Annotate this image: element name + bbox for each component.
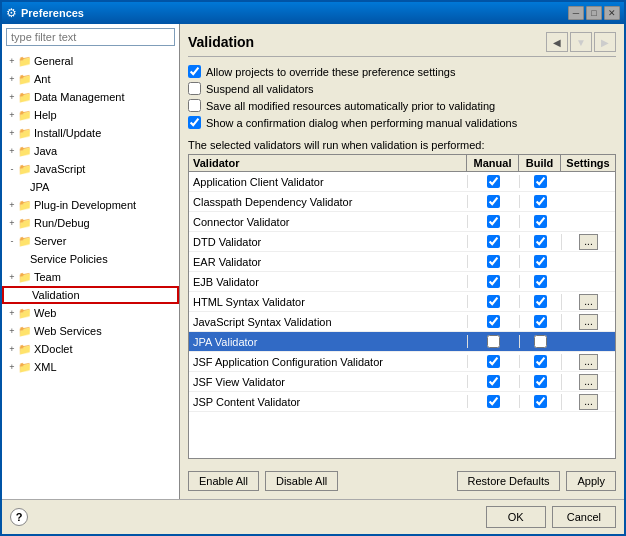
tree-toggle-xd[interactable]: + [6,343,18,355]
table-row[interactable]: Connector Validator [189,212,615,232]
settings-cell[interactable]: ... [561,354,615,370]
manual-checkbox[interactable] [487,195,500,208]
tree-toggle-help[interactable]: + [6,109,18,121]
manual-checkbox[interactable] [487,275,500,288]
tree-item-run-debug[interactable]: + 📁 Run/Debug [2,214,179,232]
tree-toggle-team[interactable]: + [6,271,18,283]
settings-cell[interactable]: ... [561,314,615,330]
table-row[interactable]: JavaScript Syntax Validation ... [189,312,615,332]
build-checkbox[interactable] [534,315,547,328]
manual-checkbox-cell[interactable] [467,395,519,408]
manual-checkbox-cell[interactable] [467,235,519,248]
tree-item-java[interactable]: + 📁 Java [2,142,179,160]
manual-checkbox-cell[interactable] [467,255,519,268]
table-row[interactable]: JSP Content Validator ... [189,392,615,412]
build-checkbox[interactable] [534,395,547,408]
close-button[interactable]: ✕ [604,6,620,20]
build-checkbox[interactable] [534,375,547,388]
manual-checkbox-cell[interactable] [467,355,519,368]
minimize-button[interactable]: ─ [568,6,584,20]
tree-toggle-plugin[interactable]: + [6,199,18,211]
tree-toggle-iu[interactable]: + [6,127,18,139]
build-checkbox[interactable] [534,295,547,308]
settings-button[interactable]: ... [579,234,597,250]
restore-defaults-button[interactable]: Restore Defaults [457,471,561,491]
manual-checkbox[interactable] [487,235,500,248]
table-row[interactable]: JSF View Validator ... [189,372,615,392]
tree-toggle-ws[interactable]: + [6,325,18,337]
enable-all-button[interactable]: Enable All [188,471,259,491]
tree-toggle-server[interactable]: - [6,235,18,247]
table-row[interactable]: Application Client Validator [189,172,615,192]
build-checkbox-cell[interactable] [519,275,561,288]
settings-button[interactable]: ... [579,374,597,390]
build-checkbox-cell[interactable] [519,255,561,268]
tree-item-general[interactable]: + 📁 General [2,52,179,70]
manual-checkbox-cell[interactable] [467,375,519,388]
manual-checkbox-cell[interactable] [467,335,519,348]
tree-toggle-dm[interactable]: + [6,91,18,103]
build-checkbox[interactable] [534,175,547,188]
build-checkbox[interactable] [534,275,547,288]
tree-item-jpa[interactable]: JPA [2,178,179,196]
table-row[interactable]: Classpath Dependency Validator [189,192,615,212]
build-checkbox-cell[interactable] [519,195,561,208]
tree-toggle-js[interactable]: - [6,163,18,175]
table-row[interactable]: JSF Application Configuration Validator … [189,352,615,372]
maximize-button[interactable]: □ [586,6,602,20]
manual-checkbox[interactable] [487,255,500,268]
tree-item-ant[interactable]: + 📁 Ant [2,70,179,88]
settings-cell[interactable]: ... [561,394,615,410]
manual-checkbox[interactable] [487,175,500,188]
build-checkbox[interactable] [534,195,547,208]
override-checkbox[interactable] [188,65,201,78]
table-row-jpa[interactable]: JPA Validator [189,332,615,352]
manual-checkbox[interactable] [487,355,500,368]
build-checkbox[interactable] [534,355,547,368]
manual-checkbox-cell[interactable] [467,315,519,328]
tree-toggle-web[interactable]: + [6,307,18,319]
confirm-checkbox[interactable] [188,116,201,129]
save-checkbox[interactable] [188,99,201,112]
manual-checkbox[interactable] [487,315,500,328]
build-checkbox-cell[interactable] [519,295,561,308]
tree-item-validation[interactable]: Validation [2,286,179,304]
build-checkbox-cell[interactable] [519,355,561,368]
manual-checkbox-cell[interactable] [467,215,519,228]
build-checkbox[interactable] [534,215,547,228]
settings-button[interactable]: ... [579,394,597,410]
build-checkbox[interactable] [534,335,547,348]
table-row[interactable]: HTML Syntax Validator ... [189,292,615,312]
tree-toggle-xml[interactable]: + [6,361,18,373]
manual-checkbox-cell[interactable] [467,295,519,308]
nav-dropdown-button[interactable]: ▼ [570,32,592,52]
search-input[interactable] [6,28,175,46]
tree-item-web-services[interactable]: + 📁 Web Services [2,322,179,340]
tree-item-service-policies[interactable]: Service Policies [2,250,179,268]
settings-button[interactable]: ... [579,354,597,370]
build-checkbox-cell[interactable] [519,315,561,328]
settings-cell[interactable]: ... [561,234,615,250]
manual-checkbox[interactable] [487,375,500,388]
manual-checkbox-cell[interactable] [467,275,519,288]
nav-forward-button[interactable]: ▶ [594,32,616,52]
manual-checkbox[interactable] [487,395,500,408]
cancel-button[interactable]: Cancel [552,506,616,528]
build-checkbox-cell[interactable] [519,375,561,388]
tree-item-javascript[interactable]: - 📁 JavaScript [2,160,179,178]
nav-back-button[interactable]: ◀ [546,32,568,52]
build-checkbox-cell[interactable] [519,235,561,248]
ok-button[interactable]: OK [486,506,546,528]
tree-toggle-ant[interactable]: + [6,73,18,85]
tree-item-install-update[interactable]: + 📁 Install/Update [2,124,179,142]
tree-item-plugin[interactable]: + 📁 Plug-in Development [2,196,179,214]
manual-checkbox[interactable] [487,215,500,228]
table-row[interactable]: EJB Validator [189,272,615,292]
manual-checkbox[interactable] [487,335,500,348]
tree-item-team[interactable]: + 📁 Team [2,268,179,286]
tree-item-help[interactable]: + 📁 Help [2,106,179,124]
build-checkbox-cell[interactable] [519,335,561,348]
table-row[interactable]: DTD Validator ... [189,232,615,252]
settings-button[interactable]: ... [579,314,597,330]
settings-button[interactable]: ... [579,294,597,310]
